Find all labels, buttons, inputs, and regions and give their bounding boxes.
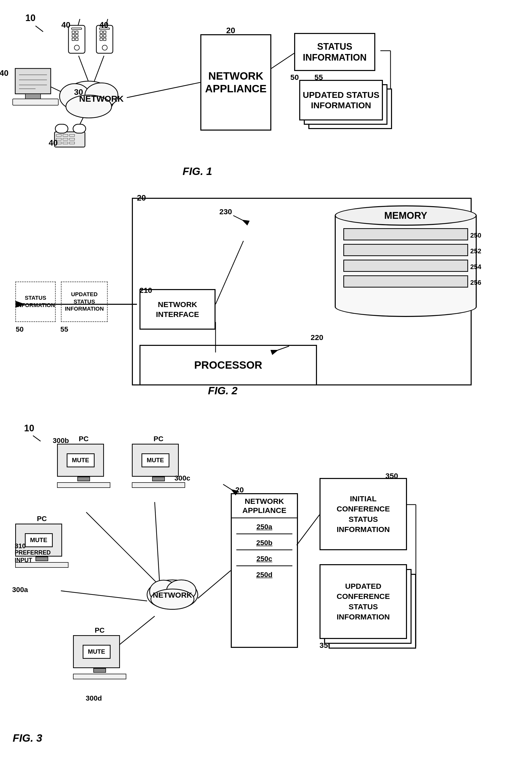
svg-rect-46	[70, 134, 75, 136]
fig3-slot-250d: 250d	[236, 571, 292, 579]
fig1-updated-status-box: UPDATED STATUSINFORMATION	[299, 80, 383, 120]
fig3-appliance-label: NETWORKAPPLIANCE	[232, 494, 297, 518]
svg-rect-24	[100, 34, 103, 37]
fig2-ref-210: 210	[140, 286, 152, 295]
fig1-ref-40-bottom: 40	[49, 138, 58, 148]
fig2-ref-230: 230	[219, 208, 232, 216]
svg-rect-42	[55, 124, 68, 133]
svg-line-0	[36, 26, 43, 32]
fig3-ref-10: 10	[24, 423, 34, 433]
fig2-memory-slots: 250 252 254 256	[343, 228, 468, 288]
svg-rect-10	[69, 25, 85, 53]
fig3-initial-conference-box: INITIALCONFERENCESTATUSINFORMATION	[319, 478, 407, 550]
svg-line-66	[223, 484, 237, 493]
fig1-status-box: STATUSINFORMATION	[294, 33, 375, 71]
fig1-container: 10	[10, 8, 416, 180]
fig1-ref-10: 10	[25, 13, 36, 23]
fig1-appliance-label: NETWORKAPPLIANCE	[205, 70, 267, 95]
fig1-status-label: STATUSINFORMATION	[303, 41, 366, 63]
svg-rect-43	[73, 124, 86, 133]
svg-rect-13	[76, 31, 78, 33]
svg-line-4	[74, 117, 84, 137]
fig3-cloud-svg: NETWORK	[145, 569, 200, 610]
fig2-ref-254: 254	[470, 263, 481, 271]
svg-rect-49	[70, 138, 75, 140]
fig2-ref-20: 20	[137, 193, 146, 203]
fig3-pc-300c-keyboard	[132, 482, 185, 488]
svg-rect-51	[63, 142, 68, 144]
svg-rect-27	[104, 38, 106, 41]
fig2-slot-254: 254	[343, 260, 468, 272]
fig2-ref-220: 220	[310, 333, 323, 342]
svg-rect-11	[72, 28, 82, 29]
svg-line-3	[49, 86, 74, 98]
fig3-pc-300d-keyboard	[73, 674, 126, 679]
svg-rect-17	[76, 38, 78, 41]
svg-line-19	[78, 19, 80, 25]
svg-rect-45	[63, 134, 68, 136]
svg-line-63	[61, 591, 147, 601]
fig3-pc-300b-stand	[77, 477, 90, 481]
fig1-ref-50: 50	[290, 73, 299, 82]
fig3-ref-300a: 300a	[12, 586, 28, 594]
fig3-pc-300a-label: PC	[15, 515, 69, 523]
page: 10	[0, 0, 532, 765]
fig3-pc-300c-label: PC	[132, 435, 185, 443]
fig3-pc-300d-stand	[93, 668, 106, 673]
fig3-ref-300c: 300c	[175, 474, 190, 482]
svg-rect-41	[55, 132, 85, 147]
fig1-appliance-box: NETWORKAPPLIANCE	[200, 34, 271, 131]
fig2-slot-256: 256	[343, 275, 468, 288]
fig3-pc-300d: PC MUTE	[73, 626, 126, 679]
fig3-preferred-input: PREFERREDINPUT	[15, 549, 51, 564]
fig1-ref-40-left: 40	[0, 68, 9, 78]
fig1-label: FIG. 1	[183, 165, 212, 178]
fig3-pc-300b-keyboard	[57, 482, 110, 488]
svg-rect-22	[100, 31, 103, 33]
fig3-appliance-box: NETWORKAPPLIANCE 250a 250b 250c 250d	[231, 493, 298, 648]
svg-line-1	[79, 56, 89, 82]
fig2-ref-256: 256	[470, 279, 481, 287]
fig2-ref-50: 50	[16, 325, 24, 334]
fig3-slot-250b: 250b	[236, 539, 292, 550]
fig3-pc-300b-monitor: MUTE	[57, 444, 104, 477]
fig1-network-label: NETWORK	[79, 94, 124, 104]
fig3-slot-250c: 250c	[236, 555, 292, 566]
fig3-updated-conference-label: UPDATEDCONFERENCESTATUSINFORMATION	[336, 581, 390, 622]
fig3-container: 10	[10, 418, 522, 753]
svg-rect-12	[72, 31, 75, 33]
svg-line-6	[271, 53, 294, 68]
fig3-initial-conference-label: INITIALCONFERENCESTATUSINFORMATION	[336, 494, 390, 535]
fig3-pc-300a-mute: MUTE	[25, 533, 53, 547]
fig2-container: 20 MEMORY	[10, 190, 492, 398]
svg-point-18	[74, 45, 79, 50]
svg-rect-44	[56, 134, 61, 136]
svg-line-5	[127, 82, 200, 98]
fig2-ref-252: 252	[470, 247, 481, 255]
fig3-ref-20: 20	[235, 485, 244, 494]
fig3-updated-conference-box: UPDATEDCONFERENCESTATUSINFORMATION	[319, 564, 407, 639]
svg-line-67	[297, 515, 319, 545]
fig2-memory-label: MEMORY	[384, 210, 427, 221]
svg-text:NETWORK: NETWORK	[153, 591, 192, 599]
fig3-network-cloud: NETWORK	[145, 569, 200, 610]
fig3-pc-300d-monitor: MUTE	[73, 635, 120, 668]
fig2-slot-252: 252	[343, 244, 468, 256]
svg-line-65	[198, 570, 231, 598]
svg-rect-23	[104, 31, 106, 33]
svg-rect-14	[72, 34, 75, 37]
svg-rect-31	[25, 94, 41, 99]
fig2-network-interface-label: NETWORKINTERFACE	[156, 300, 199, 319]
fig1-ref-40-top-left: 40	[61, 20, 71, 30]
fig2-processor-box: PROCESSOR	[140, 345, 317, 385]
fig1-ref-40-top-right: 40	[99, 20, 109, 30]
svg-rect-25	[104, 34, 106, 37]
fig3-ref-300b: 300b	[53, 436, 69, 445]
fig3-label: FIG. 3	[13, 732, 42, 744]
svg-line-60	[33, 435, 41, 441]
svg-rect-16	[72, 38, 75, 41]
svg-rect-52	[70, 142, 75, 144]
fig2-ref-55: 55	[60, 325, 68, 334]
svg-rect-15	[76, 34, 78, 37]
fig2-updated-status-box: UPDATEDSTATUSINFORMATION	[61, 282, 108, 322]
